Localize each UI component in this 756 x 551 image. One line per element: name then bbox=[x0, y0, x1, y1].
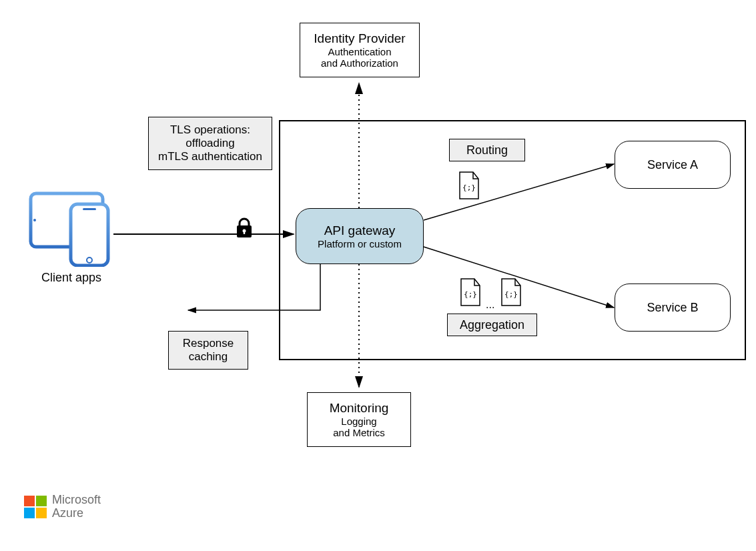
monitoring-line2: and Metrics bbox=[333, 427, 385, 438]
aggregation-ellipsis: ... bbox=[486, 299, 494, 311]
routing-doc-icon: {;} bbox=[457, 171, 481, 200]
response-line2: caching bbox=[189, 350, 228, 364]
monitoring-title: Monitoring bbox=[330, 401, 389, 416]
aggregation-label: Aggregation bbox=[460, 318, 524, 332]
aggregation-doc-icon-1: {;} bbox=[458, 278, 482, 307]
svg-text:{;}: {;} bbox=[464, 290, 477, 299]
tls-line2: offloading bbox=[185, 137, 234, 150]
routing-box: Routing bbox=[449, 139, 525, 161]
svg-point-1 bbox=[33, 219, 36, 221]
arrow-gateway-to-response bbox=[188, 264, 320, 310]
tls-box: TLS operations: offloading mTLS authenti… bbox=[148, 117, 272, 170]
monitoring-line1: Logging bbox=[341, 416, 376, 427]
gateway-title: API gateway bbox=[324, 223, 396, 238]
tls-line3: mTLS authentication bbox=[158, 150, 262, 163]
svg-rect-3 bbox=[83, 208, 96, 210]
api-gateway-box: API gateway Platform or custom bbox=[296, 208, 424, 264]
client-apps-label: Client apps bbox=[41, 271, 101, 285]
response-caching-box: Response caching bbox=[168, 331, 248, 370]
aggregation-doc-icon-2: {;} bbox=[499, 278, 523, 307]
service-b-box: Service B bbox=[615, 284, 731, 332]
connectors bbox=[0, 0, 756, 551]
gateway-sub: Platform or custom bbox=[318, 238, 402, 249]
client-devices-icon bbox=[25, 187, 119, 267]
service-a-label: Service A bbox=[647, 158, 698, 172]
identity-line1: Authentication bbox=[328, 46, 391, 57]
tls-line1: TLS operations: bbox=[170, 123, 250, 137]
svg-text:{;}: {;} bbox=[462, 183, 476, 192]
identity-line2: and Authorization bbox=[321, 57, 398, 69]
aggregation-box: Aggregation bbox=[447, 314, 537, 336]
response-line1: Response bbox=[183, 337, 234, 350]
routing-label: Routing bbox=[466, 143, 508, 157]
svg-rect-7 bbox=[244, 231, 245, 234]
monitoring-box: Monitoring Logging and Metrics bbox=[307, 392, 411, 447]
lock-icon bbox=[235, 217, 254, 240]
arrow-gateway-to-service-a bbox=[424, 164, 614, 220]
svg-rect-2 bbox=[71, 204, 108, 265]
identity-provider-box: Identity Provider Authentication and Aut… bbox=[300, 23, 420, 77]
service-b-label: Service B bbox=[647, 301, 698, 315]
service-a-box: Service A bbox=[615, 141, 731, 189]
svg-text:{;}: {;} bbox=[504, 290, 518, 299]
identity-title: Identity Provider bbox=[314, 31, 405, 46]
